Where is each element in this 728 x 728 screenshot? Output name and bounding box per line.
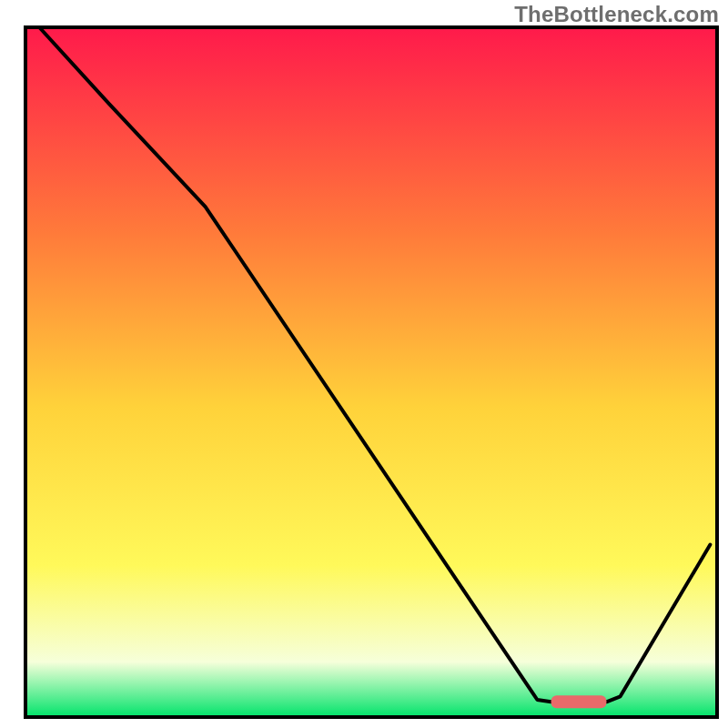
plot-background — [25, 27, 717, 717]
bottleneck-chart — [0, 0, 728, 728]
optimum-marker — [551, 695, 607, 708]
chart-container: TheBottleneck.com — [0, 0, 728, 728]
